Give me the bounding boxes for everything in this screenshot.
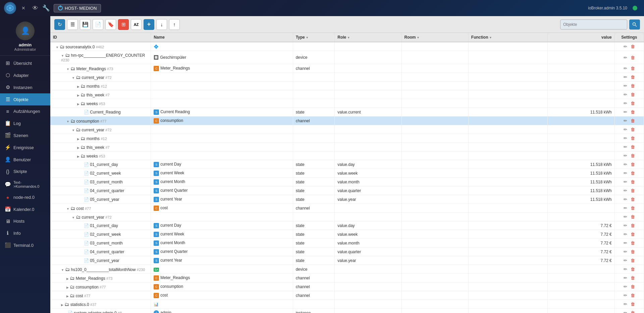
delete-button[interactable]: 🗑 bbox=[630, 293, 636, 298]
delete-button[interactable]: 🗑 bbox=[630, 223, 636, 228]
tree-toggle[interactable]: ▼ bbox=[72, 76, 75, 80]
sidebar-item-instanzen[interactable]: ⚙ Instanzen bbox=[0, 81, 50, 93]
objects-table-container[interactable]: ID Name Type Role Room Function value Se… bbox=[50, 33, 644, 313]
tree-toggle[interactable]: ▶ bbox=[66, 295, 69, 298]
settings-icon[interactable]: 🔧 bbox=[42, 4, 50, 12]
edit-button[interactable]: ✏ bbox=[623, 214, 628, 220]
tree-toggle[interactable]: ▶ bbox=[77, 155, 79, 158]
edit-button[interactable]: ✏ bbox=[623, 258, 628, 263]
tree-toggle[interactable]: ▼ bbox=[56, 46, 59, 49]
edit-button[interactable]: ✏ bbox=[623, 65, 628, 71]
sidebar-item-node-red[interactable]: ● node-red.0 bbox=[0, 191, 50, 203]
col-header-room[interactable]: Room bbox=[401, 33, 468, 42]
edit-button[interactable]: ✏ bbox=[623, 301, 628, 307]
sidebar-item-text-kommandos[interactable]: 💬 Text->Kommandos.0 bbox=[0, 177, 50, 191]
bookmark-button[interactable]: 🔖 bbox=[105, 19, 116, 30]
delete-button[interactable]: 🗑 bbox=[630, 109, 636, 115]
tree-toggle[interactable]: ▶ bbox=[77, 94, 79, 97]
filter-red-button[interactable]: ⊞ bbox=[118, 19, 129, 30]
edit-button[interactable]: ✏ bbox=[623, 240, 628, 246]
delete-button[interactable]: 🗑 bbox=[630, 100, 636, 106]
delete-button[interactable]: 🗑 bbox=[630, 74, 636, 80]
edit-button[interactable]: ✏ bbox=[623, 74, 628, 80]
delete-button[interactable]: 🗑 bbox=[630, 44, 636, 49]
tree-toggle[interactable]: ▶ bbox=[61, 303, 63, 307]
delete-button[interactable]: 🗑 bbox=[630, 205, 636, 211]
tree-toggle[interactable]: ▼ bbox=[72, 216, 75, 219]
tree-toggle[interactable]: ▼ bbox=[61, 54, 64, 57]
sidebar-item-benutzer[interactable]: 👤 Benutzer bbox=[0, 153, 50, 166]
edit-button[interactable]: ✏ bbox=[623, 249, 628, 255]
sidebar-item-ereignisse[interactable]: ⚡ Ereignisse bbox=[0, 141, 50, 153]
search-button[interactable] bbox=[629, 19, 640, 30]
close-button[interactable]: ✕ bbox=[21, 5, 25, 11]
edit-button[interactable]: ✏ bbox=[623, 144, 628, 150]
delete-button[interactable]: 🗑 bbox=[630, 127, 636, 132]
tree-toggle[interactable]: ▶ bbox=[77, 102, 79, 106]
save-button[interactable]: 💾 bbox=[80, 19, 91, 30]
delete-button[interactable]: 🗑 bbox=[630, 170, 636, 176]
edit-button[interactable]: ✏ bbox=[623, 100, 628, 106]
sidebar-item-hosts[interactable]: 🖥 Hosts bbox=[0, 215, 50, 227]
edit-button[interactable]: ✏ bbox=[623, 153, 628, 159]
export-button[interactable]: ↑ bbox=[169, 19, 180, 30]
sidebar-item-log[interactable]: 📋 Log bbox=[0, 117, 50, 129]
edit-button[interactable]: ✏ bbox=[623, 44, 628, 49]
delete-button[interactable]: 🗑 bbox=[630, 188, 636, 193]
col-header-type[interactable]: Type bbox=[293, 33, 335, 42]
edit-button[interactable]: ✏ bbox=[623, 135, 628, 141]
edit-button[interactable]: ✏ bbox=[623, 83, 628, 89]
edit-button[interactable]: ✏ bbox=[623, 266, 628, 272]
tree-toggle[interactable]: ▶ bbox=[77, 85, 79, 88]
delete-button[interactable]: 🗑 bbox=[630, 301, 636, 307]
tree-toggle[interactable]: ▼ bbox=[72, 129, 75, 132]
add-button[interactable]: + bbox=[144, 19, 154, 30]
host-button[interactable]: HOST- MEDION bbox=[54, 4, 101, 12]
edit-button[interactable]: ✏ bbox=[623, 170, 628, 176]
tree-toggle[interactable]: ▶ bbox=[77, 137, 79, 141]
delete-button[interactable]: 🗑 bbox=[630, 284, 636, 289]
delete-button[interactable]: 🗑 bbox=[630, 118, 636, 124]
tree-toggle[interactable]: ▶ bbox=[77, 146, 79, 149]
delete-button[interactable]: 🗑 bbox=[630, 258, 636, 263]
edit-button[interactable]: ✏ bbox=[623, 275, 628, 281]
delete-button[interactable]: 🗑 bbox=[630, 214, 636, 220]
delete-button[interactable]: 🗑 bbox=[630, 249, 636, 255]
edit-button[interactable]: ✏ bbox=[623, 118, 628, 124]
sort-az-button[interactable]: AZ bbox=[131, 19, 142, 30]
delete-button[interactable]: 🗑 bbox=[630, 153, 636, 159]
edit-button[interactable]: ✏ bbox=[623, 188, 628, 193]
tree-toggle[interactable]: ▶ bbox=[66, 286, 69, 289]
sidebar-item-uebersicht[interactable]: ⊞ Übersicht bbox=[0, 57, 50, 69]
delete-button[interactable]: 🗑 bbox=[630, 55, 636, 60]
delete-button[interactable]: 🗑 bbox=[630, 135, 636, 141]
edit-button[interactable]: ✏ bbox=[623, 284, 628, 289]
sidebar-item-skripte[interactable]: {} Skripte bbox=[0, 166, 50, 177]
col-header-function[interactable]: Function bbox=[468, 33, 548, 42]
sidebar-item-adapter[interactable]: ⬡ Adapter bbox=[0, 69, 50, 81]
import-button[interactable]: ↓ bbox=[156, 19, 167, 30]
delete-button[interactable]: 🗑 bbox=[630, 231, 636, 237]
tree-toggle[interactable]: ▼ bbox=[61, 268, 64, 272]
edit-button[interactable]: ✏ bbox=[623, 179, 628, 185]
delete-button[interactable]: 🗑 bbox=[630, 144, 636, 150]
edit-button[interactable]: ✏ bbox=[623, 293, 628, 298]
delete-button[interactable]: 🗑 bbox=[630, 240, 636, 246]
edit-button[interactable]: ✏ bbox=[623, 223, 628, 228]
tree-toggle[interactable]: ▶ bbox=[66, 277, 69, 280]
delete-button[interactable]: 🗑 bbox=[630, 196, 636, 202]
sidebar-item-terminal[interactable]: ⬛ Terminal.0 bbox=[0, 239, 50, 251]
edit-button[interactable]: ✏ bbox=[623, 55, 628, 60]
delete-button[interactable]: 🗑 bbox=[630, 65, 636, 71]
sidebar-item-info[interactable]: ℹ Info bbox=[0, 227, 50, 239]
file-button[interactable]: 📄 bbox=[93, 19, 103, 30]
sidebar-item-objekte[interactable]: ☰ Objekte bbox=[0, 93, 50, 105]
delete-button[interactable]: 🗑 bbox=[630, 310, 636, 313]
delete-button[interactable]: 🗑 bbox=[630, 83, 636, 89]
edit-button[interactable]: ✏ bbox=[623, 92, 628, 97]
delete-button[interactable]: 🗑 bbox=[630, 92, 636, 97]
sidebar-item-kalender[interactable]: 📅 Kalender.0 bbox=[0, 203, 50, 215]
tree-toggle[interactable]: ▼ bbox=[66, 68, 69, 71]
list-view-button[interactable]: ☰ bbox=[67, 19, 78, 30]
tree-toggle[interactable]: ▼ bbox=[66, 207, 69, 211]
